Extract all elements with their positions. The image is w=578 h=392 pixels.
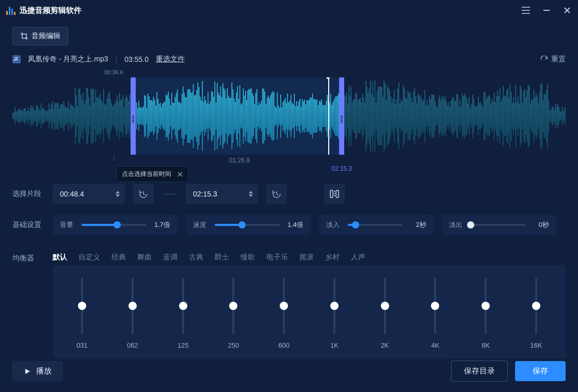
selection-start-handle[interactable] — [131, 77, 136, 155]
eq-slider-8K[interactable] — [485, 277, 487, 334]
svg-rect-265 — [522, 103, 523, 129]
split-button[interactable] — [324, 184, 345, 204]
svg-rect-69 — [91, 89, 92, 143]
save-button[interactable]: 保存 — [515, 361, 566, 381]
start-up-icon[interactable] — [116, 191, 120, 193]
tooltip-close-icon[interactable] — [178, 172, 183, 177]
set-start-to-playhead-button[interactable] — [133, 184, 154, 204]
speed-label: 速度 — [193, 220, 208, 230]
svg-rect-68 — [90, 106, 91, 126]
eq-preset-4[interactable]: 蓝调 — [163, 253, 178, 262]
svg-rect-145 — [386, 100, 387, 133]
svg-rect-263 — [520, 86, 521, 147]
tab-audio-edit[interactable]: 音频编辑 — [12, 27, 68, 45]
fadein-slider[interactable] — [348, 224, 403, 226]
end-down-icon[interactable] — [249, 194, 253, 197]
svg-rect-55 — [75, 88, 76, 145]
playhead[interactable] — [328, 77, 329, 155]
start-down-icon[interactable] — [116, 194, 120, 197]
menu-icon[interactable] — [521, 6, 531, 15]
svg-rect-285 — [545, 94, 546, 138]
eq-preset-2[interactable]: 经典 — [111, 253, 126, 262]
save-dir-button[interactable]: 保存目录 — [451, 361, 508, 382]
close-button[interactable] — [563, 6, 572, 15]
eq-band-label: 125 — [178, 341, 189, 349]
eq-slider-600[interactable] — [283, 277, 285, 334]
reset-button[interactable]: 重置 — [540, 55, 566, 64]
eq-slider-125[interactable] — [182, 277, 184, 334]
svg-rect-93 — [118, 102, 119, 130]
eq-band-label: 16K — [530, 341, 542, 349]
play-button[interactable]: 播放 — [12, 361, 63, 381]
selection-end-handle[interactable] — [339, 77, 344, 155]
eq-preset-11[interactable]: 人声 — [351, 253, 365, 262]
volume-slider[interactable] — [82, 224, 147, 226]
eq-slider-4K[interactable] — [434, 277, 436, 334]
fadein-slider-box: 淡入 2秒 — [319, 215, 434, 235]
svg-rect-178 — [423, 100, 424, 133]
eq-slider-16K[interactable] — [535, 277, 537, 334]
end-up-icon[interactable] — [249, 191, 253, 193]
eq-preset-5[interactable]: 古典 — [189, 253, 203, 262]
svg-rect-156 — [398, 83, 399, 150]
equalizer-label: 均衡器 — [12, 246, 44, 263]
waveform[interactable]: 02:10.3 — [12, 77, 566, 155]
eq-band-1K: 1K — [316, 277, 352, 349]
separator: | — [116, 55, 118, 63]
svg-rect-287 — [547, 84, 548, 148]
svg-rect-89 — [114, 105, 115, 127]
svg-rect-0 — [12, 113, 13, 119]
svg-rect-275 — [534, 90, 535, 142]
fadeout-slider[interactable] — [471, 224, 525, 226]
svg-rect-196 — [444, 99, 445, 133]
svg-rect-47 — [66, 108, 66, 124]
eq-slider-2K[interactable] — [384, 277, 386, 334]
audio-file-icon — [12, 55, 21, 63]
eq-preset-1[interactable]: 自定义 — [78, 253, 100, 262]
eq-preset-10[interactable]: 乡村 — [325, 253, 340, 262]
svg-rect-115 — [352, 103, 353, 129]
eq-slider-062[interactable] — [132, 277, 134, 334]
svg-rect-252 — [507, 88, 508, 144]
speed-slider[interactable] — [215, 224, 280, 226]
svg-rect-297 — [558, 107, 559, 125]
svg-rect-90 — [115, 104, 116, 128]
eq-preset-9[interactable]: 摇滚 — [299, 253, 314, 262]
svg-rect-102 — [128, 101, 129, 131]
set-end-to-playhead-button[interactable] — [266, 184, 287, 204]
eq-slider-1K[interactable] — [333, 277, 335, 334]
segment-start-spinner[interactable]: 00:48.4 — [53, 184, 125, 204]
svg-rect-229 — [481, 105, 483, 128]
svg-rect-167 — [411, 98, 412, 134]
svg-rect-158 — [400, 100, 402, 133]
svg-rect-260 — [517, 102, 518, 130]
svg-rect-216 — [467, 99, 468, 133]
reselect-file-link[interactable]: 重选文件 — [156, 55, 185, 64]
svg-rect-63 — [84, 105, 85, 128]
segment-end-spinner[interactable]: 02:15.3 — [186, 184, 258, 204]
svg-rect-111 — [347, 103, 348, 129]
svg-rect-70 — [92, 89, 93, 143]
svg-rect-88 — [113, 106, 114, 125]
tab-label: 音频编辑 — [31, 31, 60, 41]
svg-rect-9 — [23, 111, 24, 122]
svg-rect-221 — [472, 95, 473, 138]
minimize-button[interactable] — [542, 6, 551, 15]
svg-rect-220 — [471, 104, 472, 128]
svg-rect-294 — [555, 104, 556, 128]
svg-rect-6 — [19, 108, 20, 123]
eq-preset-3[interactable]: 舞曲 — [137, 253, 152, 262]
svg-rect-53 — [73, 106, 74, 127]
eq-slider-031[interactable] — [81, 277, 83, 334]
eq-preset-6[interactable]: 爵士 — [215, 253, 229, 262]
eq-slider-250[interactable] — [232, 277, 234, 334]
eq-preset-7[interactable]: 慢歌 — [240, 253, 255, 262]
eq-preset-0[interactable]: 默认 — [53, 253, 67, 262]
svg-rect-10 — [24, 108, 25, 124]
basic-settings-row: 基础设置 音量 1.7倍 速度 1.4倍 淡入 2秒 淡出 0秒 — [0, 209, 578, 240]
svg-rect-8 — [22, 110, 23, 122]
svg-rect-26 — [42, 108, 43, 123]
svg-rect-65 — [86, 88, 87, 144]
eq-preset-8[interactable]: 电子乐 — [266, 253, 288, 262]
svg-rect-267 — [524, 89, 525, 143]
